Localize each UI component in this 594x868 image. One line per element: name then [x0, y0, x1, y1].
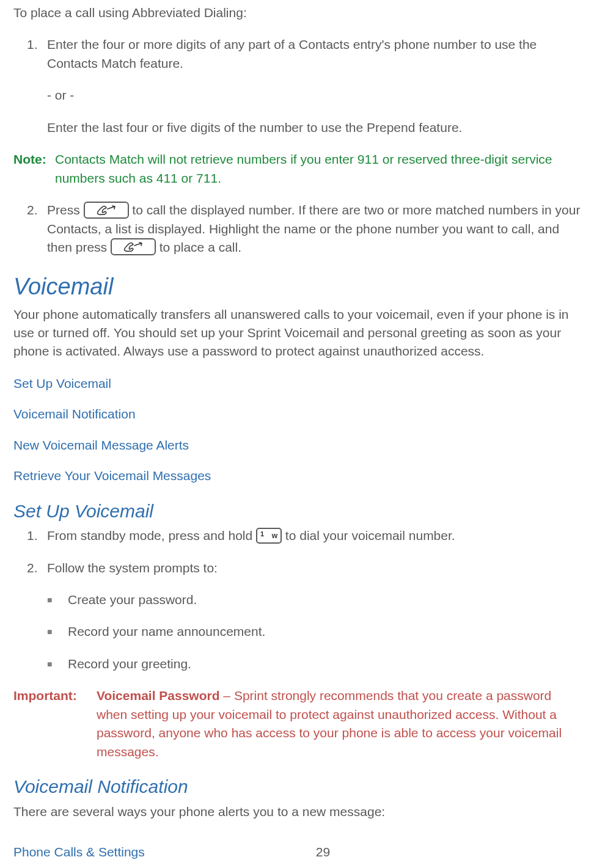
voicemail-notification-heading: Voicemail Notification	[13, 773, 581, 800]
step-text: From standby mode, press and hold 1w to …	[47, 527, 581, 545]
setup-step-1: 1. From standby mode, press and hold 1w …	[13, 527, 581, 545]
footer-section-name: Phone Calls & Settings	[13, 843, 145, 861]
step-number: 2.	[13, 559, 47, 577]
key-letter: w	[272, 531, 277, 541]
step-number: 2.	[13, 201, 47, 257]
key-digit: 1	[260, 530, 264, 539]
voicemail-desc: Your phone automatically transfers all u…	[13, 305, 581, 361]
intro-text: To place a call using Abbreviated Dialin…	[13, 4, 581, 22]
link-voicemail-notification[interactable]: Voicemail Notification	[13, 405, 581, 423]
one-key-icon: 1w	[256, 528, 282, 544]
link-retrieve-voicemail[interactable]: Retrieve Your Voicemail Messages	[13, 467, 581, 485]
voicemail-heading: Voicemail	[13, 270, 581, 304]
bullet-text: Record your greeting.	[68, 655, 581, 673]
bullet-icon: ■	[47, 655, 68, 673]
note-label: Note:	[13, 150, 55, 188]
important-text: Voicemail Password – Sprint strongly rec…	[97, 687, 581, 761]
call-key-icon	[84, 202, 129, 219]
text-fragment: to dial your voicemail number.	[282, 528, 455, 542]
step-text: Follow the system prompts to:	[47, 559, 581, 577]
text-fragment: From standby mode, press and hold	[47, 528, 256, 542]
step-1-alt: Enter the last four or five digits of th…	[47, 119, 581, 137]
set-up-voicemail-heading: Set Up Voicemail	[13, 498, 581, 525]
note-text: Contacts Match will not retrieve numbers…	[55, 150, 581, 188]
text-fragment: Press	[47, 203, 84, 217]
step-text: Press to call the displayed number. If t…	[47, 201, 581, 257]
important-label: Important:	[13, 687, 97, 761]
note-block: Note: Contacts Match will not retrieve n…	[13, 150, 581, 188]
or-separator: - or -	[47, 86, 581, 104]
link-new-voicemail-alerts[interactable]: New Voicemail Message Alerts	[13, 436, 581, 454]
bullet-text: Create your password.	[68, 591, 581, 609]
document-page: To place a call using Abbreviated Dialin…	[0, 0, 594, 868]
bullet-item: ■ Record your name announcement.	[13, 622, 581, 641]
voicemail-notification-desc: There are several ways your phone alerts…	[13, 803, 581, 821]
setup-step-2: 2. Follow the system prompts to:	[13, 559, 581, 577]
bullet-text: Record your name announcement.	[68, 622, 581, 641]
text-fragment: to place a call.	[156, 240, 241, 254]
step-1: 1. Enter the four or more digits of any …	[13, 35, 581, 73]
step-2: 2. Press to call the displayed number. I…	[13, 201, 581, 257]
important-strong: Voicemail Password	[97, 688, 220, 702]
bullet-item: ■ Record your greeting.	[13, 655, 581, 673]
step-number: 1.	[13, 35, 47, 73]
call-key-icon	[111, 238, 156, 255]
bullet-item: ■ Create your password.	[13, 591, 581, 609]
bullet-icon: ■	[47, 622, 68, 641]
bullet-icon: ■	[47, 591, 68, 609]
step-number: 1.	[13, 527, 47, 545]
link-set-up-voicemail[interactable]: Set Up Voicemail	[13, 374, 581, 393]
important-block: Important: Voicemail Password – Sprint s…	[13, 687, 581, 761]
footer-page-number: 29	[316, 843, 330, 861]
page-footer: Phone Calls & Settings 29	[13, 843, 581, 861]
step-text: Enter the four or more digits of any par…	[47, 35, 581, 73]
